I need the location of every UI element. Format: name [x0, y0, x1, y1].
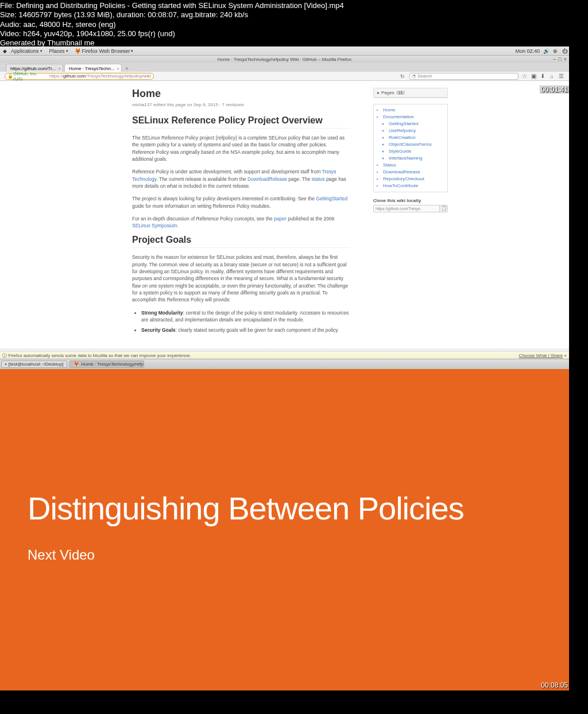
infobar-close-icon[interactable]: ×	[564, 353, 567, 358]
wiki-title: Home	[132, 88, 350, 100]
search-placeholder: Search	[417, 73, 432, 79]
info-video: Video: h264, yuv420p, 1904x1080, 25.00 f…	[0, 29, 344, 38]
link-status[interactable]: status	[312, 176, 325, 182]
task-label: [test@localhost:~/Desktop]	[9, 362, 64, 367]
url-path: /TresysTechnology/refpolicy/wiki	[86, 73, 151, 79]
gnome-taskbar: ▪ [test@localhost:~/Desktop] 🦊 Home · Tr…	[0, 359, 569, 369]
menu-icon[interactable]: ☰	[558, 73, 564, 79]
info-audio: Audio: aac, 48000 Hz, stereo (eng)	[0, 20, 344, 29]
frame-timestamp: 00:01:41	[540, 86, 569, 94]
page-content: Home micha137 edited this page on Sep 9,…	[0, 81, 569, 348]
terminal-icon: ▪	[5, 362, 7, 367]
firefox-infobar: ⓘ Firefox automatically sends some data …	[0, 351, 569, 359]
close-button[interactable]: ×	[564, 56, 567, 62]
caret-right-icon: ▸	[377, 90, 380, 95]
pages-label: Pages	[381, 90, 394, 95]
firefox-icon: 🦊	[74, 362, 79, 367]
thumbnail-info-overlay: File: Defining and Distributing Policies…	[0, 0, 344, 49]
wiki-sidebar: ▸ Pages 11 Home Documentation GettingSta…	[373, 88, 448, 212]
close-tab-icon[interactable]: ×	[58, 66, 61, 71]
downloads-icon[interactable]: ⬇	[539, 73, 546, 79]
nav-link[interactable]: HowToContribute	[383, 183, 444, 189]
search-engine-icon: ◔	[412, 73, 416, 79]
wiki-heading-goals: Project Goals	[132, 235, 350, 248]
nav-link[interactable]: GettingStarted	[389, 121, 444, 127]
list-item: Strong Modularity: central to the design…	[141, 309, 350, 324]
wiki-paragraph: Security is the reason for existence for…	[132, 254, 350, 303]
volume-icon[interactable]: 🔊	[543, 48, 549, 54]
infobar-link[interactable]: Choose What I Share	[519, 353, 563, 358]
close-tab-icon[interactable]: ×	[117, 66, 119, 71]
url-scheme: https://	[49, 73, 63, 79]
nav-link[interactable]: ObjectClassesPerms	[389, 141, 444, 148]
site-identity: GitHub, Inc. (US)	[13, 71, 48, 82]
desktop-frame-2: Distinguishing Between Policies Next Vid…	[0, 369, 569, 690]
slide-subtitle: Next Video	[28, 547, 95, 563]
nav-link[interactable]: StyleGuide	[389, 148, 444, 155]
browser-tab-1[interactable]: https://github.com/Tr... ×	[6, 64, 63, 72]
link-symposium[interactable]: SELinux Symposium	[132, 223, 177, 228]
wiki-main-column: Home micha137 edited this page on Sep 9,…	[132, 88, 350, 337]
firefox-toolbar: 🔒 GitHub, Inc. (US) https://github.com/T…	[0, 72, 569, 81]
nav-link[interactable]: Home	[383, 107, 444, 114]
wiki-paragraph: Reference Policy is under active develop…	[132, 168, 350, 189]
tab-label: Home · TresysTechn...	[69, 66, 115, 71]
nav-link[interactable]: InterfaceNaming	[389, 155, 444, 162]
clock[interactable]: Mon 02:40	[515, 48, 540, 54]
info-file: File: Defining and Distributing Policies…	[0, 1, 344, 10]
window-title: Home · TresysTechnology/refpolicy Wiki ·…	[218, 57, 351, 62]
infobar-text: Firefox automatically sends some data to…	[8, 353, 191, 358]
wiki-paragraph: The SELinux Reference Policy project (re…	[132, 134, 350, 162]
address-bar[interactable]: 🔒 GitHub, Inc. (US) https://github.com/T…	[5, 73, 154, 80]
nav-link[interactable]: UseRefpolicy	[389, 127, 444, 134]
browser-tab-2[interactable]: Home · TresysTechn... ×	[64, 64, 122, 72]
pages-toggle[interactable]: ▸ Pages 11	[374, 88, 447, 98]
url-host: github.com	[63, 73, 86, 79]
desktop-frame-1: ◆ Applications▾ Places▾ 🦊Firefox Web Bro…	[0, 46, 569, 369]
wiki-paragraph: For an in-depth discussion of Reference …	[132, 215, 350, 230]
info-generated: Generated by Thumbnail me	[0, 38, 344, 48]
power-icon[interactable]: ⏻	[562, 48, 567, 54]
pages-box: ▸ Pages 11	[373, 88, 448, 98]
slide-title: Distinguishing Between Policies	[28, 490, 464, 527]
network-icon[interactable]: ⊕	[552, 48, 558, 54]
info-size: Size: 14605797 bytes (13.93 MiB), durati…	[0, 10, 344, 20]
nav-link[interactable]: RoleCreation	[389, 134, 444, 141]
nav-link[interactable]: RepositoryCheckout	[383, 176, 444, 183]
new-tab-button[interactable]: +	[123, 65, 131, 72]
taskbar-terminal[interactable]: ▪ [test@localhost:~/Desktop]	[1, 360, 67, 368]
link-paper[interactable]: paper	[274, 216, 287, 222]
maximize-button[interactable]: □	[558, 56, 561, 62]
search-box[interactable]: ◔ Search	[409, 73, 519, 80]
reload-button[interactable]: ↻	[400, 73, 407, 79]
wiki-meta: micha137 edited this page on Sep 9, 2015…	[132, 102, 350, 107]
wiki-paragraph: The project is always looking for policy…	[132, 195, 350, 209]
wiki-nav-box: Home Documentation GettingStarted UseRef…	[373, 104, 448, 192]
nav-link[interactable]: DownloadRelease	[383, 169, 444, 176]
bookmark-star-icon[interactable]: ☆	[521, 73, 528, 79]
list-item: Security Goals: clearly stated security …	[141, 327, 350, 333]
clone-url-input[interactable]: https://github.com/Tresys	[373, 205, 440, 212]
nav-link[interactable]: Documentation GettingStarted UseRefpolic…	[383, 114, 444, 162]
home-icon[interactable]: ⌂	[548, 73, 555, 79]
pocket-icon[interactable]: ▣	[530, 73, 537, 79]
minimize-button[interactable]: –	[553, 56, 556, 62]
lock-icon: 🔒	[7, 73, 13, 79]
frame-timestamp: 00:08:05	[541, 681, 568, 689]
info-icon: ⓘ	[2, 352, 7, 359]
link-gettingstarted[interactable]: GettingStarted	[316, 196, 347, 201]
firefox-tabstrip: https://github.com/Tr... × Home · Tresys…	[0, 63, 569, 72]
tab-label: https://github.com/Tr...	[10, 66, 56, 71]
firefox-titlebar: Home · TresysTechnology/refpolicy Wiki ·…	[0, 56, 569, 63]
pages-count-badge: 11	[396, 91, 405, 95]
nav-link[interactable]: Status	[383, 162, 444, 169]
clone-label: Clone this wiki locally	[373, 198, 448, 203]
link-download[interactable]: DownloadRelease	[247, 176, 287, 182]
taskbar-firefox[interactable]: 🦊 Home · TresysTechnology/refpoli...	[69, 360, 144, 368]
task-label: Home · TresysTechnology/refpoli...	[81, 362, 144, 367]
copy-button[interactable]: 📋	[440, 205, 448, 212]
wiki-heading-overview: SELinux Reference Policy Project Overvie…	[132, 115, 350, 129]
